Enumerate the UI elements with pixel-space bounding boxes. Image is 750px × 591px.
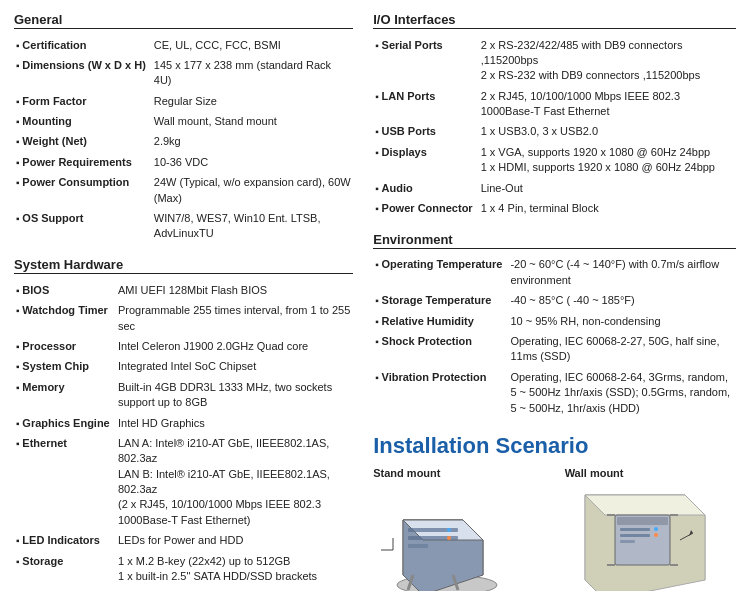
- installation-title: Installation Scenario: [373, 433, 736, 459]
- spec-label: Shock Protection: [375, 332, 508, 366]
- general-table: CertificationCE, UL, CCC, FCC, BSMIDimen…: [14, 34, 353, 245]
- table-row: EthernetLAN A: Intel® i210-AT GbE, IIEEE…: [16, 434, 351, 529]
- spec-label: Weight (Net): [16, 133, 152, 151]
- table-row: Vibration ProtectionOperating, IEC 60068…: [375, 368, 734, 417]
- general-section: General CertificationCE, UL, CCC, FCC, B…: [14, 12, 353, 245]
- spec-label: Ethernet: [16, 434, 116, 529]
- spec-label: Audio: [375, 179, 478, 197]
- spec-value: 1 x M.2 B-key (22x42) up to 512GB1 x bui…: [118, 552, 351, 586]
- spec-label: Form Factor: [16, 92, 152, 110]
- table-row: MemoryBuilt-in 4GB DDR3L 1333 MHz, two s…: [16, 378, 351, 412]
- table-row: ProcessorIntel Celeron J1900 2.0GHz Quad…: [16, 337, 351, 355]
- spec-value: Intel HD Graphics: [118, 414, 351, 432]
- svg-rect-6: [408, 544, 428, 548]
- spec-label: USB Ports: [375, 123, 478, 141]
- spec-label: Memory: [16, 378, 116, 412]
- spec-value: LEDs for Power and HDD: [118, 532, 351, 550]
- spec-label: BIOS: [16, 281, 116, 299]
- table-row: BIOSAMI UEFI 128Mbit Flash BIOS: [16, 281, 351, 299]
- table-row: OS SupportWIN7/8, WES7, Win10 Ent. LTSB,…: [16, 210, 351, 244]
- spec-value: 10-36 VDC: [154, 153, 351, 171]
- table-row: Shock ProtectionOperating, IEC 60068-2-2…: [375, 332, 734, 366]
- spec-value: WIN7/8, WES7, Win10 Ent. LTSB, AdvLinuxT…: [154, 210, 351, 244]
- spec-value: Regular Size: [154, 92, 351, 110]
- table-row: Weight (Net)2.9kg: [16, 133, 351, 151]
- spec-value: LAN A: Intel® i210-AT GbE, IIEEE802.1AS,…: [118, 434, 351, 529]
- spec-value: 2 x RS-232/422/485 with DB9 connectors ,…: [481, 36, 734, 85]
- table-row: MountingWall mount, Stand mount: [16, 113, 351, 131]
- table-row: Graphics EngineIntel HD Graphics: [16, 414, 351, 432]
- system-hardware-section: System Hardware BIOSAMI UEFI 128Mbit Fla…: [14, 257, 353, 591]
- spec-label: Power Connector: [375, 200, 478, 218]
- table-row: Watchdog TimerProgrammable 255 times int…: [16, 302, 351, 336]
- stand-mount-svg: [373, 490, 521, 591]
- spec-value: 1 x 4 Pin, terminal Block: [481, 200, 734, 218]
- spec-label: LED Indicators: [16, 532, 116, 550]
- installation-section: Installation Scenario Stand mount: [373, 433, 736, 591]
- spec-value: CE, UL, CCC, FCC, BSMI: [154, 36, 351, 54]
- spec-label: Displays: [375, 143, 478, 177]
- table-row: CertificationCE, UL, CCC, FCC, BSMI: [16, 36, 351, 54]
- spec-label: Processor: [16, 337, 116, 355]
- spec-label: Graphics Engine: [16, 414, 116, 432]
- spec-value: -40 ~ 85°C ( -40 ~ 185°F): [510, 292, 734, 310]
- system-hardware-title: System Hardware: [14, 257, 353, 274]
- table-row: USB Ports1 x USB3.0, 3 x USB2.0: [375, 123, 734, 141]
- spec-label: Certification: [16, 36, 152, 54]
- system-hardware-table: BIOSAMI UEFI 128Mbit Flash BIOSWatchdog …: [14, 279, 353, 591]
- io-interfaces-section: I/O Interfaces Serial Ports2 x RS-232/42…: [373, 12, 736, 220]
- wall-mount-image: [565, 485, 713, 591]
- table-row: Relative Humidity10 ~ 95% RH, non-conden…: [375, 312, 734, 330]
- table-row: Storage Temperature-40 ~ 85°C ( -40 ~ 18…: [375, 292, 734, 310]
- spec-value: 1 x VGA, supports 1920 x 1080 @ 60Hz 24b…: [481, 143, 734, 177]
- io-interfaces-title: I/O Interfaces: [373, 12, 736, 29]
- table-row: LED IndicatorsLEDs for Power and HDD: [16, 532, 351, 550]
- spec-value: 2 x RJ45, 10/100/1000 Mbps IEEE 802.3 10…: [481, 87, 734, 121]
- table-row: Power Consumption24W (Typical, w/o expan…: [16, 174, 351, 208]
- spec-value: 10 ~ 95% RH, non-condensing: [510, 312, 734, 330]
- svg-rect-17: [617, 517, 668, 525]
- stand-mount-image: [373, 485, 521, 591]
- svg-point-8: [447, 536, 451, 540]
- io-interfaces-table: Serial Ports2 x RS-232/422/485 with DB9 …: [373, 34, 736, 220]
- table-row: System ChipIntegrated Intel SoC Chipset: [16, 358, 351, 376]
- table-row: Serial Ports2 x RS-232/422/485 with DB9 …: [375, 36, 734, 85]
- spec-label: Dimensions (W x D x H): [16, 56, 152, 90]
- spec-value: 1 x USB3.0, 3 x USB2.0: [481, 123, 734, 141]
- spec-value: Operating, IEC 60068-2-64, 3Grms, random…: [510, 368, 734, 417]
- table-row: LAN Ports2 x RJ45, 10/100/1000 Mbps IEEE…: [375, 87, 734, 121]
- spec-label: Relative Humidity: [375, 312, 508, 330]
- wall-mount-svg: [565, 490, 713, 591]
- spec-value: Intel Celeron J1900 2.0GHz Quad core: [118, 337, 351, 355]
- left-column: General CertificationCE, UL, CCC, FCC, B…: [14, 12, 367, 591]
- spec-label: Storage: [16, 552, 116, 586]
- table-row: Storage1 x M.2 B-key (22x42) up to 512GB…: [16, 552, 351, 586]
- environment-section: Environment Operating Temperature-20 ~ 6…: [373, 232, 736, 420]
- spec-value: 145 x 177 x 238 mm (standard Rack 4U): [154, 56, 351, 90]
- wall-mount-label: Wall mount: [565, 467, 736, 479]
- spec-label: Watchdog Timer: [16, 302, 116, 336]
- spec-value: Operating, IEC 60068-2-27, 50G, half sin…: [510, 332, 734, 366]
- stand-mount-item: Stand mount: [373, 467, 544, 591]
- table-row: AudioLine-Out: [375, 179, 734, 197]
- table-row: Power Requirements10-36 VDC: [16, 153, 351, 171]
- spec-value: Line-Out: [481, 179, 734, 197]
- spec-label: Mounting: [16, 113, 152, 131]
- spec-value: 24W (Typical, w/o expansion card), 60W (…: [154, 174, 351, 208]
- spec-label: Storage Temperature: [375, 292, 508, 310]
- installation-row: Stand mount: [373, 467, 736, 591]
- spec-value: Integrated Intel SoC Chipset: [118, 358, 351, 376]
- spec-value: AMI UEFI 128Mbit Flash BIOS: [118, 281, 351, 299]
- spec-label: Operating Temperature: [375, 256, 508, 290]
- spec-label: OS Support: [16, 210, 152, 244]
- table-row: Power Connector1 x 4 Pin, terminal Block: [375, 200, 734, 218]
- spec-label: Vibration Protection: [375, 368, 508, 417]
- environment-title: Environment: [373, 232, 736, 249]
- svg-rect-20: [620, 540, 635, 543]
- general-title: General: [14, 12, 353, 29]
- svg-point-21: [654, 527, 658, 531]
- wall-mount-item: Wall mount: [565, 467, 736, 591]
- spec-value: -20 ~ 60°C (-4 ~ 140°F) with 0.7m/s airf…: [510, 256, 734, 290]
- environment-table: Operating Temperature-20 ~ 60°C (-4 ~ 14…: [373, 254, 736, 420]
- spec-value: Wall mount, Stand mount: [154, 113, 351, 131]
